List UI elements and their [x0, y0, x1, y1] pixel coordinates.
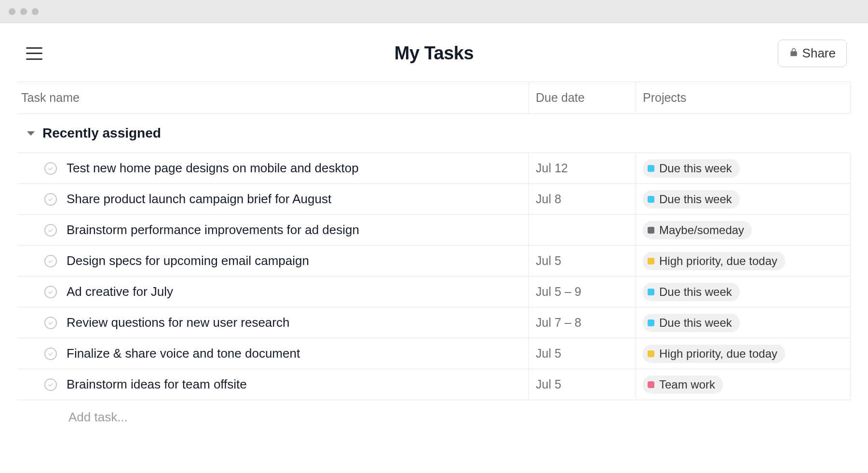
task-row[interactable]: Design specs for upcoming email campaign… [17, 246, 851, 277]
col-task-name[interactable]: Task name [17, 82, 529, 113]
section-title: Recently assigned [42, 125, 161, 141]
complete-check-icon[interactable] [44, 255, 57, 267]
project-color-dot [648, 165, 654, 172]
minimize-window-icon[interactable] [20, 8, 27, 15]
project-label: Due this week [659, 316, 732, 330]
task-row[interactable]: Ad creative for JulyJul 5 – 9Due this we… [17, 277, 851, 307]
task-row[interactable]: Brainstorm ideas for team offsiteJul 5Te… [17, 369, 851, 400]
task-name: Test new home page designs on mobile and… [67, 161, 359, 176]
project-pill[interactable]: High priority, due today [643, 252, 785, 270]
project-pill[interactable]: Due this week [643, 314, 740, 332]
tasks-container: Test new home page designs on mobile and… [17, 153, 851, 400]
project-pill[interactable]: Team work [643, 376, 723, 394]
share-label: Share [802, 46, 836, 61]
table-header: Task name Due date Projects [17, 82, 851, 114]
task-row[interactable]: Review questions for new user researchJu… [17, 307, 851, 338]
lock-icon [789, 46, 799, 61]
share-button[interactable]: Share [778, 40, 847, 67]
project-color-dot [648, 196, 654, 203]
projects-cell[interactable]: Maybe/someday [636, 215, 851, 245]
project-pill[interactable]: Due this week [643, 159, 740, 178]
project-label: Team work [659, 378, 715, 391]
project-pill[interactable]: Maybe/someday [643, 221, 752, 239]
task-row[interactable]: Finalize & share voice and tone document… [17, 338, 851, 369]
topbar: My Tasks Share [17, 23, 851, 82]
task-name: Brainstorm ideas for team offsite [67, 377, 247, 392]
window-chrome [0, 0, 868, 23]
project-color-dot [648, 227, 654, 234]
due-date-cell[interactable] [529, 215, 636, 245]
project-label: High priority, due today [659, 347, 777, 361]
projects-cell[interactable]: Due this week [636, 153, 851, 183]
complete-check-icon[interactable] [44, 162, 57, 175]
complete-check-icon[interactable] [44, 193, 57, 206]
task-name-cell: Review questions for new user research [17, 307, 529, 338]
project-label: Due this week [659, 285, 732, 299]
complete-check-icon[interactable] [44, 286, 57, 298]
task-name: Design specs for upcoming email campaign [67, 253, 309, 268]
close-window-icon[interactable] [9, 8, 15, 15]
task-table: Task name Due date Projects Recently ass… [17, 82, 851, 434]
col-due-date[interactable]: Due date [529, 82, 636, 113]
chevron-down-icon [27, 131, 35, 136]
col-projects[interactable]: Projects [636, 82, 851, 113]
app-content: My Tasks Share Task name Due date Projec… [0, 23, 868, 434]
projects-cell[interactable]: Due this week [636, 307, 851, 338]
add-task-input[interactable]: Add task... [17, 400, 851, 434]
due-date-cell[interactable]: Jul 12 [529, 153, 636, 183]
complete-check-icon[interactable] [44, 224, 57, 236]
complete-check-icon[interactable] [44, 348, 57, 360]
projects-cell[interactable]: High priority, due today [636, 246, 851, 276]
projects-cell[interactable]: Due this week [636, 184, 851, 214]
project-label: High priority, due today [659, 254, 777, 268]
task-row[interactable]: Test new home page designs on mobile and… [17, 153, 851, 184]
task-name: Ad creative for July [67, 284, 173, 299]
task-name-cell: Finalize & share voice and tone document [17, 338, 529, 369]
project-color-dot [648, 258, 654, 264]
project-color-dot [648, 289, 654, 295]
project-label: Due this week [659, 162, 732, 175]
task-name: Brainstorm performance improvements for … [67, 223, 359, 237]
menu-icon[interactable] [26, 47, 42, 60]
project-pill[interactable]: High priority, due today [643, 345, 785, 363]
project-color-dot [648, 350, 654, 357]
due-date-cell[interactable]: Jul 8 [529, 184, 636, 214]
project-color-dot [648, 381, 654, 388]
task-row[interactable]: Brainstorm performance improvements for … [17, 215, 851, 246]
section-header[interactable]: Recently assigned [17, 114, 851, 153]
due-date-cell[interactable]: Jul 5 [529, 246, 636, 276]
task-name: Finalize & share voice and tone document [67, 346, 300, 361]
due-date-cell[interactable]: Jul 5 – 9 [529, 277, 636, 307]
task-name-cell: Brainstorm performance improvements for … [17, 215, 529, 245]
projects-cell[interactable]: Team work [636, 369, 851, 400]
complete-check-icon[interactable] [44, 317, 57, 329]
project-label: Due this week [659, 193, 732, 206]
due-date-cell[interactable]: Jul 5 [529, 338, 636, 369]
projects-cell[interactable]: High priority, due today [636, 338, 851, 369]
task-name-cell: Share product launch campaign brief for … [17, 184, 529, 214]
due-date-cell[interactable]: Jul 7 – 8 [529, 307, 636, 338]
task-name-cell: Ad creative for July [17, 277, 529, 307]
task-name: Review questions for new user research [67, 315, 289, 330]
task-name-cell: Design specs for upcoming email campaign [17, 246, 529, 276]
task-name-cell: Test new home page designs on mobile and… [17, 153, 529, 183]
projects-cell[interactable]: Due this week [636, 277, 851, 307]
project-pill[interactable]: Due this week [643, 190, 740, 209]
maximize-window-icon[interactable] [32, 8, 39, 15]
due-date-cell[interactable]: Jul 5 [529, 369, 636, 400]
task-row[interactable]: Share product launch campaign brief for … [17, 184, 851, 215]
complete-check-icon[interactable] [44, 378, 57, 391]
task-name-cell: Brainstorm ideas for team offsite [17, 369, 529, 400]
project-pill[interactable]: Due this week [643, 283, 740, 301]
page-title: My Tasks [394, 43, 474, 64]
project-label: Maybe/someday [659, 223, 744, 237]
task-name: Share product launch campaign brief for … [67, 192, 331, 207]
project-color-dot [648, 320, 654, 326]
